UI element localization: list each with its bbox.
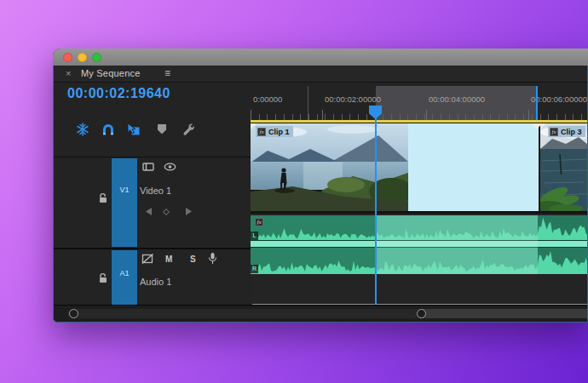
clip3-name: Clip 3: [561, 128, 582, 136]
horizontal-scrollbar[interactable]: [67, 309, 588, 318]
previous-keyframe-icon[interactable]: [146, 208, 153, 215]
clip3-label-chip: fx Clip 3: [548, 126, 585, 137]
desktop-background: × My Sequence ≡ 00:00:02:19640: [0, 0, 588, 383]
a1-track-target[interactable]: A1: [112, 250, 137, 308]
timeline-panel: × My Sequence ≡ 00:00:02:19640: [53, 66, 588, 323]
panel-tab-bar: × My Sequence ≡: [54, 66, 587, 83]
add-marker-icon[interactable]: [155, 123, 169, 136]
left-channel-badge: L: [251, 232, 258, 240]
video-clip-3[interactable]: fx Clip 3: [540, 123, 588, 211]
scrollbar-left-handle[interactable]: [69, 309, 78, 318]
nest-sequences-icon[interactable]: [76, 123, 89, 136]
time-ruler[interactable]: 0:00000 00:00:02:00000 00:00:04:00000 00…: [251, 83, 588, 120]
a1-voiceover-mic-icon[interactable]: [208, 252, 217, 265]
zoom-window-button[interactable]: [92, 53, 101, 62]
ruler-label: 00:00:02:00000: [325, 94, 381, 104]
v1-sync-lock-icon[interactable]: [142, 162, 154, 172]
window-titlebar: [53, 49, 588, 66]
linked-selection-icon[interactable]: [127, 123, 141, 136]
v1-toggle-output-eye-icon[interactable]: [164, 162, 176, 172]
clip1-name: Clip 1: [268, 128, 290, 136]
ruler-label: 00:00:04:00000: [429, 94, 485, 104]
v1-lock-icon[interactable]: [98, 192, 108, 203]
v1-track-name: Video 1: [140, 186, 171, 196]
fx-badge-icon[interactable]: fx: [255, 218, 263, 226]
fx-badge-icon[interactable]: fx: [550, 128, 558, 136]
selection-end-line: [536, 86, 538, 120]
ruler-label: 0:00000: [253, 94, 282, 104]
scrollbar-range[interactable]: [422, 309, 588, 318]
ruler-label: 00:00:06:00000: [531, 94, 587, 104]
master-track-lane: [251, 274, 588, 306]
horizontal-scrollbar-row: [54, 305, 588, 323]
minimize-window-button[interactable]: [78, 53, 87, 62]
audio-clip[interactable]: fx L R: [251, 215, 588, 274]
v1-track-target[interactable]: V1: [112, 158, 137, 247]
clip-in-marker: [251, 123, 257, 129]
clip1-selected-region: [408, 123, 539, 211]
ruler-marker-line: [308, 86, 308, 120]
track-header-column: 00:00:02:19640: [54, 83, 251, 322]
add-keyframe-icon[interactable]: [163, 209, 170, 215]
a1-track-name: Audio 1: [140, 277, 171, 287]
a1-solo-button[interactable]: S: [190, 254, 196, 264]
premiere-timeline-window: × My Sequence ≡ 00:00:02:19640: [53, 49, 588, 323]
a1-mute-button[interactable]: M: [165, 254, 172, 264]
close-tab-icon[interactable]: ×: [66, 68, 71, 78]
video-clip-1[interactable]: fx Clip 1: [251, 123, 539, 211]
a1-mute-waveform-icon[interactable]: [141, 253, 154, 265]
audio-track-a1: fx L R: [251, 215, 588, 274]
video-track-v1: fx Clip 1: [251, 123, 588, 214]
playhead-timecode[interactable]: 00:00:02:19640: [67, 86, 170, 101]
fx-badge-icon[interactable]: fx: [257, 128, 266, 136]
close-window-button[interactable]: [63, 53, 72, 62]
audio-selected-region: [376, 215, 538, 274]
clip-in-marker: [540, 123, 546, 129]
right-channel-badge: R: [251, 265, 258, 273]
a1-lock-icon[interactable]: [98, 272, 108, 283]
timeline-track-area: 0:00000 00:00:02:00000 00:00:04:00000 00…: [251, 83, 588, 306]
clip1-label-chip: fx Clip 1: [256, 126, 293, 137]
playhead-line[interactable]: [375, 110, 377, 305]
panel-menu-icon[interactable]: ≡: [164, 67, 170, 79]
timeline-toolbar: [54, 119, 251, 139]
snap-magnet-icon[interactable]: [101, 123, 115, 136]
next-keyframe-icon[interactable]: [185, 208, 192, 215]
scrollbar-right-handle[interactable]: [417, 309, 426, 318]
timeline-settings-wrench-icon[interactable]: [182, 123, 196, 136]
sequence-tab[interactable]: My Sequence: [81, 68, 140, 78]
